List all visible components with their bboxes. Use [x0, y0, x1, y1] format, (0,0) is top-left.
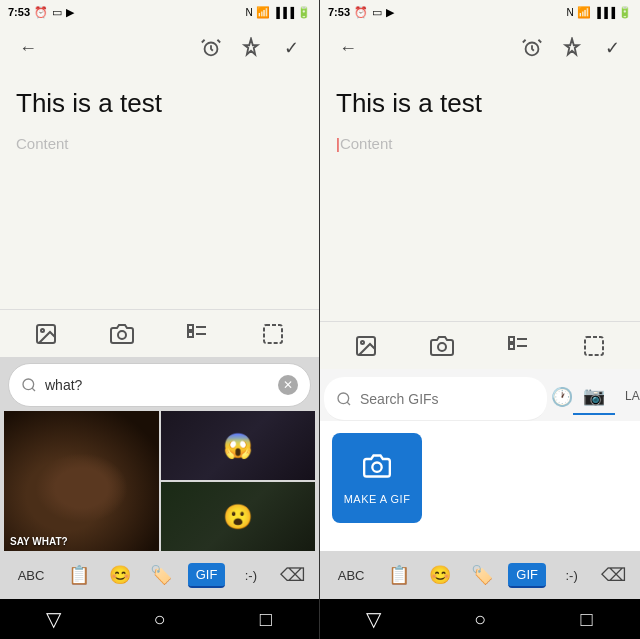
right-back-button[interactable]: ←: [332, 32, 364, 64]
left-kb-smiley[interactable]: :-): [237, 564, 265, 587]
right-kb-gif[interactable]: GIF: [508, 563, 546, 588]
left-gif-item-2[interactable]: 😱: [161, 411, 316, 480]
left-gif-label-1: SAY WHAT?: [10, 536, 68, 547]
left-camera-icon[interactable]: [104, 316, 140, 352]
right-camera-icon[interactable]: [424, 328, 460, 364]
right-note-content: Content: [340, 135, 393, 152]
left-action-bar: ← ✓: [0, 24, 319, 72]
right-select-icon[interactable]: [576, 328, 612, 364]
left-keyboard-bar: ABC 📋 😊 🏷️ GIF :-) ⌫: [0, 551, 319, 599]
left-cast-icon: ▭: [52, 6, 62, 19]
right-play-icon: ▶: [386, 6, 394, 19]
left-kb-clipboard[interactable]: 📋: [64, 560, 94, 590]
left-pin-button[interactable]: [235, 32, 267, 64]
right-cast-icon: ▭: [372, 6, 382, 19]
left-image-icon[interactable]: [28, 316, 64, 352]
left-note-area[interactable]: This is a test Content: [0, 72, 319, 309]
right-nav-home[interactable]: ○: [460, 599, 500, 639]
right-nav-recents[interactable]: □: [567, 599, 607, 639]
left-keyboard-area: ✕ SAY WHAT? 😱 😮: [0, 357, 319, 599]
right-kb-smiley[interactable]: :-): [557, 564, 585, 587]
left-check-button[interactable]: ✓: [275, 32, 307, 64]
right-search-icon: [336, 391, 352, 407]
right-alarm-button[interactable]: [516, 32, 548, 64]
right-pin-button[interactable]: [556, 32, 588, 64]
left-search-input[interactable]: [45, 377, 270, 393]
left-note-content: Content: [16, 135, 303, 152]
right-wifi-icon: 📶: [577, 6, 591, 19]
left-nav-home[interactable]: ○: [139, 599, 179, 639]
left-select-icon[interactable]: [255, 316, 291, 352]
right-nav-bar: ▽ ○ □: [320, 599, 640, 639]
right-status-right: N 📶 ▐▐▐ 🔋: [567, 6, 633, 19]
left-list-icon[interactable]: [179, 316, 215, 352]
right-kb-clipboard[interactable]: 📋: [384, 560, 414, 590]
right-kb-sticker[interactable]: 🏷️: [467, 560, 497, 590]
right-camera-tab[interactable]: 📷: [573, 379, 615, 415]
svg-rect-5: [188, 332, 193, 337]
left-signal-icon: ▐▐▐: [273, 7, 294, 18]
svg-rect-16: [509, 344, 514, 349]
svg-point-3: [118, 331, 126, 339]
right-keyboard-bar: ABC 📋 😊 🏷️ GIF :-) ⌫: [320, 551, 640, 599]
left-kb-delete[interactable]: ⌫: [276, 560, 309, 590]
left-nav-recents[interactable]: □: [246, 599, 286, 639]
left-note-title: This is a test: [16, 88, 303, 119]
right-list-icon[interactable]: [500, 328, 536, 364]
right-status-left: 7:53 ⏰ ▭ ▶: [328, 6, 394, 19]
left-status-bar: 7:53 ⏰ ▭ ▶ N 📶 ▐▐▐ 🔋: [0, 0, 319, 24]
left-kb-abc[interactable]: ABC: [10, 564, 53, 587]
right-kb-emoji[interactable]: 😊: [425, 560, 455, 590]
right-note-title: This is a test: [336, 88, 624, 119]
svg-rect-4: [188, 325, 193, 330]
svg-rect-19: [585, 337, 603, 355]
right-gif-header: 🕐 📷 LAZY STRESSE: [320, 369, 640, 421]
left-gif-item-3[interactable]: 😮: [161, 482, 316, 551]
right-time: 7:53: [328, 6, 350, 18]
left-time: 7:53: [8, 6, 30, 18]
right-gif-search-input[interactable]: [360, 391, 535, 407]
left-search-clear[interactable]: ✕: [278, 375, 298, 395]
right-signal-icon: ▐▐▐: [594, 7, 615, 18]
right-keyboard-area: 🕐 📷 LAZY STRESSE MAKE A GIF ABC 📋 😊 🏷️ G: [320, 369, 640, 599]
svg-rect-8: [264, 325, 282, 343]
svg-line-21: [347, 402, 350, 405]
left-search-bar[interactable]: ✕: [8, 363, 311, 407]
right-check-button[interactable]: ✓: [596, 32, 628, 64]
left-nfc-icon: N: [246, 7, 253, 18]
left-battery-icon: 🔋: [297, 6, 311, 19]
left-kb-gif[interactable]: GIF: [188, 563, 226, 588]
left-kb-emoji[interactable]: 😊: [105, 560, 135, 590]
left-kb-sticker[interactable]: 🏷️: [146, 560, 176, 590]
right-lazy-tab[interactable]: LAZY: [615, 383, 640, 411]
right-note-area[interactable]: This is a test | Content: [320, 72, 640, 321]
left-gif-grid: SAY WHAT? 😱 😮: [0, 411, 319, 551]
left-back-button[interactable]: ←: [12, 32, 44, 64]
right-image-icon[interactable]: [348, 328, 384, 364]
right-nav-back[interactable]: ▽: [353, 599, 393, 639]
left-wifi-icon: 📶: [256, 6, 270, 19]
left-nav-back[interactable]: ▽: [33, 599, 73, 639]
left-nav-bar: ▽ ○ □: [0, 599, 319, 639]
right-make-gif-camera-icon: [363, 452, 391, 487]
right-gif-search[interactable]: [324, 377, 547, 421]
right-nfc-icon: N: [567, 7, 574, 18]
right-gif-content: MAKE A GIF: [320, 421, 640, 551]
right-kb-abc[interactable]: ABC: [330, 564, 373, 587]
right-kb-delete[interactable]: ⌫: [597, 560, 630, 590]
svg-point-13: [361, 341, 364, 344]
left-toolbar: [0, 309, 319, 357]
svg-point-22: [372, 462, 381, 471]
svg-point-2: [41, 329, 44, 332]
left-status-right: N 📶 ▐▐▐ 🔋: [246, 6, 312, 19]
left-search-icon: [21, 377, 37, 393]
left-play-icon: ▶: [66, 6, 74, 19]
left-status-left: 7:53 ⏰ ▭ ▶: [8, 6, 74, 19]
right-make-gif-button[interactable]: MAKE A GIF: [332, 433, 422, 523]
right-make-gif-label: MAKE A GIF: [344, 493, 411, 505]
svg-point-9: [23, 379, 34, 390]
left-alarm-button[interactable]: [195, 32, 227, 64]
left-gif-item-1[interactable]: SAY WHAT?: [4, 411, 159, 551]
right-action-bar: ← ✓: [320, 24, 640, 72]
right-recent-tab[interactable]: 🕐: [551, 381, 573, 413]
